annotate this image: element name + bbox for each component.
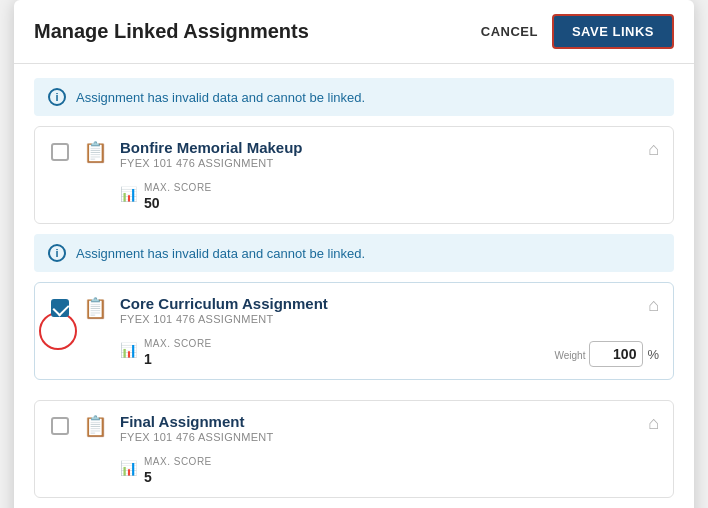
assignment-sub-bonfire: FYEX 101 476 ASSIGNMENT	[120, 157, 659, 169]
modal-header: Manage Linked Assignments CANCEL SAVE LI…	[14, 0, 694, 64]
modal-title: Manage Linked Assignments	[34, 20, 309, 43]
bar-chart-icon-bonfire: 📊	[120, 186, 137, 202]
assignment-sub-final: FYEX 101 476 ASSIGNMENT	[120, 431, 659, 443]
weight-pct-core: %	[647, 347, 659, 362]
score-label-final: MAX. SCORE	[144, 456, 212, 467]
score-info-final: MAX. SCORE 5	[144, 451, 212, 485]
home-icon-bonfire: ⌂	[648, 139, 659, 160]
checkbox-wrap-bonfire[interactable]	[49, 141, 71, 163]
weight-label: Weight	[554, 350, 585, 361]
home-icon-core: ⌂	[648, 295, 659, 316]
weight-label-wrap: Weight	[554, 345, 585, 363]
assignment-card-core: 📋 Core Curriculum Assignment FYEX 101 47…	[34, 282, 674, 380]
score-label-core: MAX. SCORE	[144, 338, 212, 349]
cancel-button[interactable]: CANCEL	[481, 24, 538, 39]
checkbox-bonfire[interactable]	[51, 143, 69, 161]
weight-input-core[interactable]	[589, 341, 643, 367]
assignment-doc-icon-bonfire: 📋	[83, 140, 108, 164]
header-actions: CANCEL SAVE LINKS	[481, 14, 674, 49]
invalid-banner-1: i Assignment has invalid data and cannot…	[34, 234, 674, 272]
weight-box-core: Weight %	[554, 341, 659, 367]
score-value-final: 5	[144, 469, 212, 485]
assignment-doc-icon-core: 📋	[83, 296, 108, 320]
score-label-bonfire: MAX. SCORE	[144, 182, 212, 193]
invalid-banner-text-0: Assignment has invalid data and cannot b…	[76, 90, 365, 105]
invalid-banner-0: i Assignment has invalid data and cannot…	[34, 78, 674, 116]
card-top-final: 📋 Final Assignment FYEX 101 476 ASSIGNME…	[49, 413, 659, 485]
modal-body: i Assignment has invalid data and cannot…	[14, 64, 694, 508]
assignment-card-bonfire: 📋 Bonfire Memorial Makeup FYEX 101 476 A…	[34, 126, 674, 224]
score-value-bonfire: 50	[144, 195, 212, 211]
bar-chart-icon-core: 📊	[120, 342, 137, 358]
checkbox-final[interactable]	[51, 417, 69, 435]
modal: Manage Linked Assignments CANCEL SAVE LI…	[14, 0, 694, 508]
assignment-info-final: Final Assignment FYEX 101 476 ASSIGNMENT…	[120, 413, 659, 485]
checkbox-wrap-core[interactable]	[49, 297, 71, 319]
info-icon-1: i	[48, 244, 66, 262]
score-value-core: 1	[144, 351, 212, 367]
score-info-bonfire: MAX. SCORE 50	[144, 177, 212, 211]
score-row-final: 📊 MAX. SCORE 5	[120, 451, 659, 485]
card-top-bonfire: 📋 Bonfire Memorial Makeup FYEX 101 476 A…	[49, 139, 659, 211]
assignment-sub-core: FYEX 101 476 ASSIGNMENT	[120, 313, 659, 325]
save-links-button[interactable]: SAVE LINKS	[552, 14, 674, 49]
assignment-card-final: 📋 Final Assignment FYEX 101 476 ASSIGNME…	[34, 400, 674, 498]
invalid-banner-text-1: Assignment has invalid data and cannot b…	[76, 246, 365, 261]
checkbox-wrap-final[interactable]	[49, 415, 71, 437]
info-icon-0: i	[48, 88, 66, 106]
home-icon-final: ⌂	[648, 413, 659, 434]
assignment-doc-icon-final: 📋	[83, 414, 108, 438]
score-info-core: MAX. SCORE 1	[144, 333, 212, 367]
assignment-name-final: Final Assignment	[120, 413, 659, 430]
assignment-name-bonfire: Bonfire Memorial Makeup	[120, 139, 659, 156]
score-row-bonfire: 📊 MAX. SCORE 50	[120, 177, 659, 211]
checkbox-core[interactable]	[51, 299, 69, 317]
assignment-name-core: Core Curriculum Assignment	[120, 295, 659, 312]
assignment-info-bonfire: Bonfire Memorial Makeup FYEX 101 476 ASS…	[120, 139, 659, 211]
bar-chart-icon-final: 📊	[120, 460, 137, 476]
